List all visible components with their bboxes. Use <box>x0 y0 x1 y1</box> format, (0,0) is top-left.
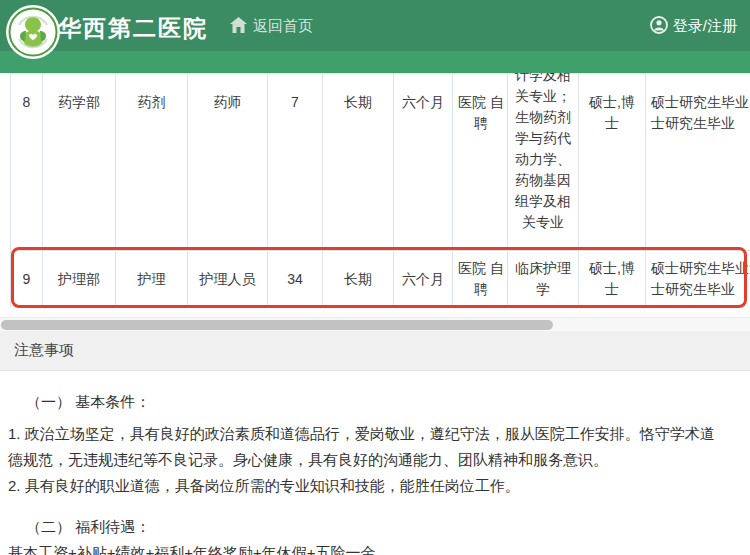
horizontal-scrollbar[interactable] <box>0 317 750 331</box>
table-header-sliver <box>0 51 750 73</box>
cell-no: 9 <box>11 251 43 308</box>
home-link-label: 返回首页 <box>253 17 313 36</box>
cell-probation: 六个月 <box>394 74 453 251</box>
notice-section1-title: （一） 基本条件： <box>8 389 724 415</box>
notice-body: （一） 基本条件： 1. 政治立场坚定，具有良好的政治素质和道德品行，爱岗敬业，… <box>0 371 750 555</box>
cell-hire-type: 医院 自聘 <box>453 74 508 251</box>
cell-term: 长期 <box>323 251 394 308</box>
cell-term: 长期 <box>323 74 394 251</box>
cell-education: 硕士研究生毕业,博士研究生毕业 <box>646 74 750 251</box>
notice-item: 基本工资+补贴+绩效+福利+年终奖励+年休假+五险一金 <box>8 540 724 555</box>
notice-item: 2. 具有良好的职业道德，具备岗位所需的专业知识和技能，能胜任岗位工作。 <box>8 473 724 499</box>
notice-heading: 注意事项 <box>14 341 74 360</box>
cell-probation: 六个月 <box>394 251 453 308</box>
cell-degree: 硕士,博士 <box>579 251 646 308</box>
login-register-label: 登录/注册 <box>673 17 737 36</box>
jobs-table-viewport[interactable]: 8 药学部 药剂 药师 7 长期 六个月 医院 自聘 与卫生统计学及相关专业；生… <box>10 73 750 307</box>
cell-post: 药师 <box>188 74 268 251</box>
cell-hire-type: 医院 自聘 <box>453 251 508 308</box>
notice-header: 注意事项 <box>0 331 750 371</box>
cell-requirement: 临床护理学 <box>508 251 579 308</box>
page: 华西第二医院 返回首页 登录/注册 8 <box>0 0 750 555</box>
hospital-logo[interactable] <box>6 5 60 59</box>
table-row: 8 药学部 药剂 药师 7 长期 六个月 医院 自聘 与卫生统计学及相关专业；生… <box>11 74 750 251</box>
home-icon <box>230 17 247 36</box>
home-link[interactable]: 返回首页 <box>230 17 313 36</box>
cell-department: 药学部 <box>43 74 116 251</box>
user-icon <box>650 16 668 37</box>
table-row-highlighted: 9 护理部 护理 护理人员 34 长期 六个月 医院 自聘 临床护理学 硕士,博… <box>11 251 750 308</box>
cell-major: 护理 <box>116 251 188 308</box>
cell-count: 34 <box>268 251 323 308</box>
jobs-table: 8 药学部 药剂 药师 7 长期 六个月 医院 自聘 与卫生统计学及相关专业；生… <box>10 73 750 307</box>
cell-requirement: 与卫生统计学及相关专业；生物药剂学与药代动力学、药物基因组学及相关专业 <box>508 74 579 251</box>
cell-post: 护理人员 <box>188 251 268 308</box>
cell-count: 7 <box>268 74 323 251</box>
notice-section2-title: （二） 福利待遇： <box>8 514 724 540</box>
scrollbar-thumb[interactable] <box>1 320 553 330</box>
cell-no: 8 <box>11 74 43 251</box>
cell-department: 护理部 <box>43 251 116 308</box>
notice-item: 1. 政治立场坚定，具有良好的政治素质和道德品行，爱岗敬业，遵纪守法，服从医院工… <box>8 421 724 473</box>
site-title: 华西第二医院 <box>58 13 208 44</box>
cell-education: 硕士研究生毕业,博士研究生毕业 <box>646 251 750 308</box>
cell-degree: 硕士,博士 <box>579 74 646 251</box>
login-register-link[interactable]: 登录/注册 <box>650 16 737 37</box>
cell-major: 药剂 <box>116 74 188 251</box>
